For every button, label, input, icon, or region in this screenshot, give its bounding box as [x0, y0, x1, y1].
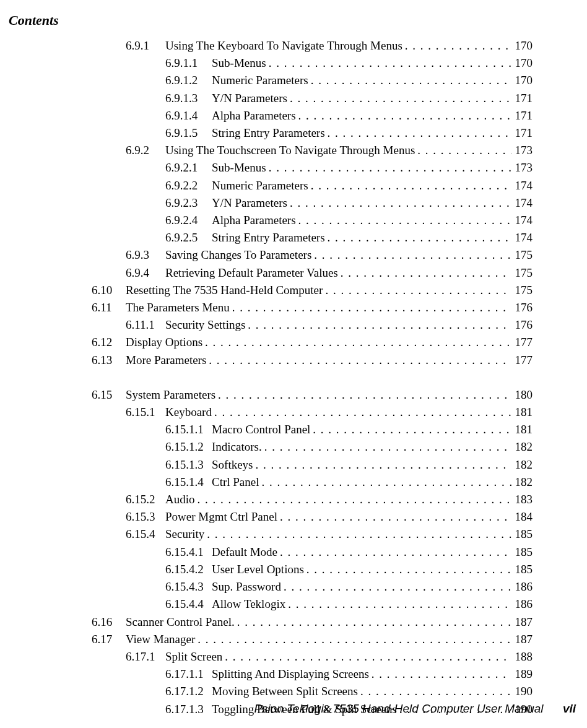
toc-entry: 6.16Scanner Control Panel.187	[92, 613, 533, 631]
toc-entry-page: 174	[511, 229, 533, 246]
toc-entry-title: Softkeys	[212, 456, 256, 474]
toc-entry-number: 6.9.3	[126, 246, 165, 264]
toc-entry: 6.15.4.2User Level Options185	[165, 561, 533, 578]
toc-leader-dots	[417, 142, 511, 159]
toc-entry-title: Sup. Password	[212, 578, 284, 596]
toc-entry-title: Keyboard	[165, 404, 214, 421]
toc-leader-dots	[328, 229, 511, 246]
toc-entry: 6.9.1Using The Keyboard To Navigate Thro…	[126, 37, 533, 54]
toc-entry-number: 6.9.1.1	[165, 54, 212, 72]
toc-entry-page: 176	[511, 316, 533, 334]
toc-leader-dots	[269, 54, 511, 72]
toc-entry-number: 6.11.1	[126, 316, 165, 334]
toc-entry-page: 183	[511, 491, 533, 508]
toc-leader-dots	[307, 561, 511, 578]
toc-entry-page: 185	[511, 526, 533, 543]
toc-entry-number: 6.15.4.3	[165, 578, 212, 596]
toc-leader-dots	[280, 544, 511, 561]
toc-entry-page: 175	[511, 246, 533, 264]
toc-entry-title: Saving Changes To Parameters	[165, 246, 314, 264]
toc-leader-dots	[360, 683, 511, 700]
toc-leader-dots	[325, 282, 511, 299]
toc-leader-dots	[341, 264, 511, 282]
toc-entry-page: 186	[511, 578, 533, 596]
toc-entry-title: The Parameters Menu	[126, 299, 232, 316]
toc-leader-dots	[405, 37, 511, 54]
toc-entry-page: 190	[511, 683, 533, 700]
toc-entry: 6.9.1.2Numeric Parameters170	[165, 72, 533, 89]
toc-leader-dots	[237, 613, 511, 631]
toc-entry-number: 6.9.2.4	[165, 212, 212, 229]
toc-entry: 6.15.4.3Sup. Password186	[165, 578, 533, 596]
toc-entry-title: Numeric Parameters	[212, 177, 311, 194]
toc-entry-page: 181	[511, 404, 533, 421]
toc-entry-number: 6.15.4.4	[165, 596, 212, 613]
toc-entry: 6.9.2.4Alpha Parameters174	[165, 212, 533, 229]
toc-entry-title: Security	[165, 526, 207, 543]
toc-entry-number: 6.17	[92, 631, 126, 648]
toc-entry: 6.9.1.3Y/N Parameters171	[165, 90, 533, 107]
toc-leader-dots	[262, 474, 511, 491]
toc-entry-number: 6.15.1.4	[165, 474, 212, 491]
toc-entry-title: Macro Control Panel	[212, 421, 313, 438]
toc-entry-title: Y/N Parameters	[212, 90, 290, 107]
toc-entry-page: 182	[511, 438, 533, 456]
toc-entry-number: 6.9.4	[126, 264, 165, 282]
toc-entry-number: 6.9.2	[126, 142, 165, 159]
toc-entry-page: 185	[511, 544, 533, 561]
toc-entry: 6.15.4.4Allow Teklogix186	[165, 596, 533, 613]
toc-entry-number: 6.15.3	[126, 508, 165, 526]
toc-leader-dots	[290, 90, 511, 107]
toc-entry-page: 171	[511, 124, 533, 142]
toc-entry-title: Power Mgmt Ctrl Panel	[165, 508, 280, 526]
toc-entry: 6.15.1.2Indicators.182	[165, 438, 533, 456]
toc-entry-page: 187	[511, 613, 533, 631]
toc-entry-page: 174	[511, 177, 533, 194]
toc-entry: 6.10Resetting The 7535 Hand-Held Compute…	[92, 282, 533, 299]
toc-entry: 6.9.2.1Sub-Menus173	[165, 159, 533, 176]
toc-entry: 6.15.1.1Macro Control Panel181	[165, 421, 533, 438]
toc-entry: 6.15.1.3Softkeys182	[165, 456, 533, 474]
toc-entry-page: 189	[511, 665, 533, 683]
toc-entry-title: Indicators.	[212, 438, 264, 456]
toc-entry-page: 174	[511, 194, 533, 212]
toc-entry-number: 6.11	[92, 299, 126, 316]
toc-leader-dots	[288, 596, 511, 613]
toc-entry-title: String Entry Parameters	[212, 124, 328, 142]
toc-entry-number: 6.17.1	[126, 648, 165, 665]
toc-entry-title: Default Mode	[212, 544, 280, 561]
toc-entry: 6.15.2Audio183	[126, 491, 533, 508]
toc-entry-page: 177	[511, 334, 533, 351]
toc-entry-number: 6.9.2.1	[165, 159, 212, 176]
toc-entry-number: 6.17.1.3	[165, 701, 212, 718]
toc-entry-title: Scanner Control Panel.	[126, 613, 237, 631]
toc-leader-dots	[225, 648, 511, 665]
toc-leader-dots	[298, 107, 511, 124]
toc-entry-page: 182	[511, 474, 533, 491]
toc-entry: 6.9.4Retrieving Default Parameter Values…	[126, 264, 533, 282]
toc-entry-number: 6.12	[92, 334, 126, 351]
toc-entry-title: System Parameters	[126, 386, 218, 404]
toc-entry: 6.13More Parameters177	[92, 352, 533, 369]
toc-leader-dots	[198, 491, 511, 508]
toc-leader-dots	[284, 578, 511, 596]
toc-entry-page: 173	[511, 142, 533, 159]
toc-entry-page: 170	[511, 54, 533, 72]
toc-leader-dots	[311, 177, 511, 194]
toc-leader-dots	[232, 299, 511, 316]
toc-leader-dots	[256, 456, 511, 474]
toc-entry-page: 180	[511, 386, 533, 404]
toc-entry: 6.11.1Security Settings176	[126, 316, 533, 334]
toc-entry: 6.15.1.4Ctrl Panel182	[165, 474, 533, 491]
toc-leader-dots	[209, 352, 511, 369]
toc-leader-dots	[214, 404, 511, 421]
toc-entry-number: 6.9.1.3	[165, 90, 212, 107]
toc-entry-page: 175	[511, 282, 533, 299]
toc-entry-number: 6.9.2.5	[165, 229, 212, 246]
toc-leader-dots	[269, 159, 511, 176]
toc-entry-page: 174	[511, 212, 533, 229]
toc-leader-dots	[314, 246, 511, 264]
toc-entry-page: 181	[511, 421, 533, 438]
toc-entry: 6.9.2.2Numeric Parameters174	[165, 177, 533, 194]
toc-entry-title: Allow Teklogix	[212, 596, 288, 613]
